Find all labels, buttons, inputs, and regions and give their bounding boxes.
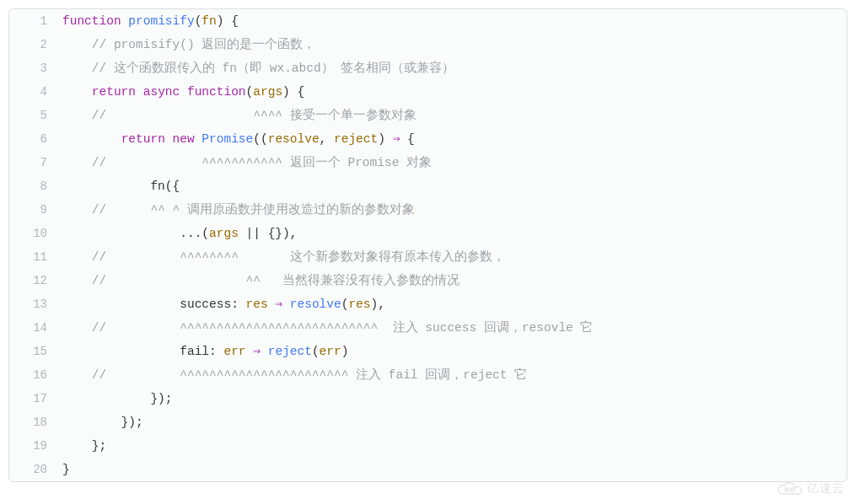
token-op [165,132,173,146]
token-prm: args [209,227,239,240]
token-kw: async [143,85,180,99]
token-paren: ({ [165,180,180,193]
line-number: 20 [9,458,59,481]
token-op [261,345,268,358]
code-content: return new Promise((resolve, reject) ⇒ { [59,127,847,151]
code-content: fail: err ⇒ reject(err) [59,340,847,363]
token-op: , [378,298,385,311]
line-number: 15 [9,340,59,363]
svg-point-1 [791,488,794,491]
token-prm: args [253,85,282,99]
token-prm: res [348,298,370,311]
code-content: // 这个函数跟传入的 fn（即 wx.abcd） 签名相同（或兼容） [59,56,847,80]
token-cmt: // ^^^^^^^^^^^^^^^^^^^^^^^^^^^ 注入 succes… [92,321,594,335]
token-op: { [400,132,414,146]
token-op [62,62,92,75]
code-content: fn({ [59,174,847,198]
token-cmt: // ^^ ^ 调用原函数并使用改造过的新的参数对象 [92,203,415,217]
line-number: 17 [9,387,59,410]
code-content: // ^^^^ 接受一个单一参数对象 [59,104,847,127]
token-op [282,298,290,311]
code-line: 19 }; [9,434,847,458]
token-fn: resolve [290,298,341,311]
token-fn: Promise [202,132,253,146]
token-arrow: ⇒ [253,345,261,358]
code-content: success: res ⇒ resolve(res), [59,292,847,316]
token-prm: res [246,298,268,311]
token-fn: reject [268,345,312,358]
token-op [62,368,92,382]
code-content: // ^^^^^^^^ 这个新参数对象得有原本传入的参数， [59,245,847,269]
code-line: 12 // ^^ 当然得兼容没有传入参数的情况 [9,269,847,292]
token-op [62,156,92,169]
code-line: 1function promisify(fn) { [9,9,847,33]
code-content: function promisify(fn) { [59,9,847,33]
line-number: 7 [9,151,59,174]
token-op: || {}), [239,227,298,240]
code-line: 8 fn({ [9,174,847,198]
token-prm: resolve [268,132,320,146]
code-line: 6 return new Promise((resolve, reject) ⇒… [9,127,847,151]
line-number: 16 [9,363,59,387]
token-op [62,203,92,217]
code-content: // ^^^^^^^^^^^^^^^^^^^^^^^^^^^ 注入 succes… [59,316,847,340]
line-number: 5 [9,104,59,127]
token-op: , [320,132,334,146]
code-line: 13 success: res ⇒ resolve(res), [9,292,847,316]
watermark-text: 亿速云 [807,481,845,491]
token-paren: ( [246,85,254,99]
token-op [62,250,92,264]
token-op [62,38,92,51]
code-line: 15 fail: err ⇒ reject(err) [9,340,847,363]
token-op [62,180,150,193]
code-content: }; [59,434,847,458]
token-paren: ( [312,345,320,358]
code-content: return async function(args) { [59,80,847,104]
token-paren: ) [371,298,379,311]
token-kw: function [62,14,121,28]
token-op: { [290,85,304,99]
token-cmt: // ^^^^^^^^^^^^^^^^^^^^^^^ 注入 fail 回调，re… [92,368,527,382]
code-content: }); [59,387,847,410]
token-op: success: [62,298,246,311]
token-cmt: // ^^^^^^^^^^^ 返回一个 Promise 对象 [92,156,432,169]
line-number: 18 [9,410,59,434]
token-op [62,109,92,122]
line-number: 13 [9,292,59,316]
line-number: 6 [9,127,59,151]
token-kw: new [173,132,195,146]
line-number: 9 [9,198,59,222]
token-kw: function [187,85,246,99]
code-line: 16 // ^^^^^^^^^^^^^^^^^^^^^^^ 注入 fail 回调… [9,363,847,387]
code-content: // ^^ ^ 调用原函数并使用改造过的新的参数对象 [59,198,847,222]
token-op [62,321,92,335]
token-op [62,274,92,287]
token-op [385,132,393,146]
code-content: ...(args || {}), [59,222,847,245]
code-line: 7 // ^^^^^^^^^^^ 返回一个 Promise 对象 [9,151,847,174]
line-number: 3 [9,56,59,80]
code-content: // promisify() 返回的是一个函数， [59,33,847,56]
code-content: // ^^^^^^^^^^^ 返回一个 Promise 对象 [59,151,847,174]
code-content: // ^^^^^^^^^^^^^^^^^^^^^^^ 注入 fail 回调，re… [59,363,847,387]
token-prm: fn [202,14,216,28]
token-cmt: // ^^^^^^^^ 这个新参数对象得有原本传入的参数， [92,250,505,264]
code-line: 17 }); [9,387,847,410]
line-number: 19 [9,434,59,458]
code-line: 3 // 这个函数跟传入的 fn（即 wx.abcd） 签名相同（或兼容） [9,56,847,80]
token-op [180,85,187,99]
token-op: { [223,14,238,28]
token-prm: err [223,345,245,358]
code-line: 11 // ^^^^^^^^ 这个新参数对象得有原本传入的参数， [9,245,847,269]
code-line: 5 // ^^^^ 接受一个单一参数对象 [9,104,847,127]
token-op: }); [62,392,173,405]
token-paren: ) [341,345,349,358]
code-line: 2 // promisify() 返回的是一个函数， [9,33,847,56]
token-kw: return [121,132,165,146]
svg-point-0 [785,488,788,491]
token-paren: ) [378,132,385,146]
token-cmt: // ^^ 当然得兼容没有传入参数的情况 [92,274,460,287]
token-prm: err [320,345,341,358]
code-content: // ^^ 当然得兼容没有传入参数的情况 [59,269,847,292]
token-op [136,85,143,99]
